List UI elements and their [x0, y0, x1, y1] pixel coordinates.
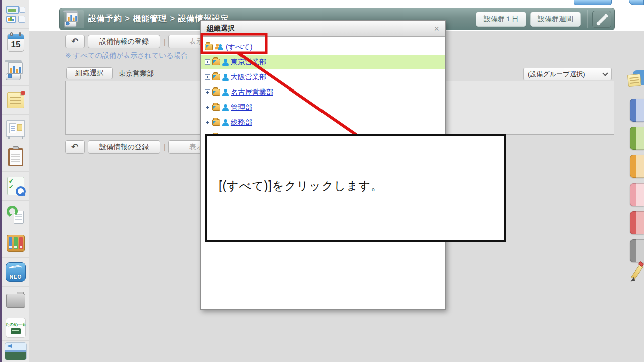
person-icon — [222, 89, 229, 96]
facility-group-week-button[interactable]: 設備群週間 — [530, 12, 581, 27]
folder-icon — [212, 59, 220, 65]
sidebar-item-memo[interactable] — [2, 86, 29, 115]
top-cropped-button[interactable] — [574, 0, 612, 5]
top-cropped-button[interactable] — [629, 0, 644, 5]
tutorial-callout: [(すべて)]をクリックします。 — [205, 134, 506, 242]
folder-icon — [212, 74, 220, 80]
tree-item-osaka[interactable]: 大阪営業部 — [201, 70, 445, 84]
register-facility-button[interactable]: 設備情報の登録 — [88, 140, 160, 154]
cabinet-folder-icon — [6, 294, 25, 308]
tree-item-link[interactable]: 総務部 — [231, 118, 252, 127]
label-tab-pink[interactable] — [630, 183, 644, 206]
binders-icon — [7, 235, 25, 252]
label-tab-gray[interactable] — [630, 239, 644, 262]
sidebar-banner[interactable] — [2, 341, 29, 362]
expand-plus-icon[interactable] — [205, 105, 210, 110]
dialog-titlebar: 組織選択 × — [201, 21, 445, 37]
wrench-icon — [598, 15, 607, 24]
expand-plus-icon[interactable] — [205, 74, 210, 80]
folder-icon — [212, 119, 220, 126]
back-arrow-icon: ↶ — [71, 36, 78, 47]
close-icon[interactable]: × — [434, 24, 439, 33]
right-note-icon[interactable] — [628, 70, 644, 95]
todo-checklist-icon: ✔✔ — [7, 177, 24, 195]
tree-item-all[interactable]: (すべて) — [201, 40, 445, 54]
folder-icon — [212, 89, 220, 96]
chevron-down-icon — [602, 70, 608, 76]
calendar-day-number: 15 — [8, 40, 24, 50]
header-divider — [587, 10, 587, 28]
facility-reservation-icon — [6, 62, 26, 80]
tree-item-link[interactable]: 管理部 — [231, 103, 252, 112]
sidebar-item-todo[interactable]: ✔✔ — [2, 172, 29, 201]
back-button[interactable]: ↶ — [65, 35, 85, 48]
sidebar-item-portal[interactable] — [2, 0, 29, 29]
sidebar-item-document-management[interactable] — [2, 229, 29, 258]
banner-image — [5, 342, 27, 360]
sidebar-item-circulation[interactable] — [2, 201, 29, 229]
people-icon — [215, 44, 224, 51]
tanomail-icon: たのめーる — [6, 318, 26, 338]
clipboard-icon — [8, 148, 23, 166]
register-facility-button[interactable]: 設備情報の登録 — [88, 35, 160, 48]
dialog-title: 組織選択 — [207, 24, 235, 33]
neo-label: NEO — [6, 274, 25, 280]
neo-app-icon: NEO — [6, 262, 26, 282]
selected-org-value: 東京営業部 — [119, 69, 154, 78]
app-sidebar: 15 ✔✔ — [0, 0, 29, 362]
toolbar-separator: | — [164, 37, 166, 46]
person-icon — [222, 104, 229, 111]
sidebar-item-bulletin-board[interactable] — [2, 115, 29, 143]
note-text: ※ すべての設備が表示されている場合 — [65, 51, 188, 60]
equipment-group-dropdown-value: (設備グループ選択) — [528, 70, 585, 79]
expand-plus-icon[interactable] — [205, 59, 210, 65]
settings-wrench-button[interactable] — [592, 11, 611, 28]
tree-item-kanri[interactable]: 管理部 — [201, 100, 445, 115]
tree-item-soumu[interactable]: 総務部 — [201, 115, 445, 130]
back-arrow-icon: ↶ — [71, 142, 78, 152]
facility-group-day-button[interactable]: 設備群１日 — [476, 12, 526, 27]
callout-text: [(すべて)]をクリックします。 — [219, 178, 504, 194]
circulation-icon — [7, 206, 25, 224]
tanomail-label: たのめーる — [6, 322, 26, 327]
tree-item-link[interactable]: 名古屋営業部 — [231, 88, 273, 97]
right-pencil-icon[interactable] — [631, 262, 644, 285]
expand-plus-icon[interactable] — [205, 120, 210, 125]
back-button[interactable]: ↶ — [65, 140, 85, 154]
label-tab-orange[interactable] — [630, 155, 644, 178]
person-icon — [222, 74, 229, 81]
label-tab-blue[interactable] — [630, 99, 644, 122]
tree-item-link[interactable]: 大阪営業部 — [231, 73, 266, 82]
folder-icon — [212, 104, 220, 111]
memo-icon — [7, 92, 24, 108]
sticky-note-icon — [627, 74, 641, 87]
label-tab-green[interactable] — [630, 127, 644, 150]
equipment-group-dropdown[interactable]: (設備グループ選択) — [523, 68, 612, 80]
tree-item-link[interactable]: (すべて) — [226, 43, 252, 52]
label-tab-red[interactable] — [630, 211, 644, 234]
sidebar-item-neo[interactable]: NEO — [2, 258, 29, 287]
person-icon — [222, 119, 229, 126]
toolbar-separator: | — [164, 143, 166, 151]
org-select-button[interactable]: 組織選択 — [66, 67, 113, 79]
sidebar-item-tanomail[interactable]: たのめーる — [2, 315, 29, 341]
portal-icon — [6, 6, 25, 23]
person-icon — [222, 59, 229, 66]
top-white-strip — [29, 0, 644, 8]
expand-plus-icon[interactable] — [205, 89, 210, 95]
sidebar-item-clipboard[interactable] — [2, 143, 29, 172]
bulletin-board-icon — [6, 120, 25, 137]
tree-item-nagoya[interactable]: 名古屋営業部 — [201, 85, 445, 100]
sidebar-item-cabinet[interactable] — [2, 287, 29, 315]
sidebar-item-schedule[interactable]: 15 — [2, 29, 29, 57]
sidebar-item-facility-reservation[interactable] — [2, 57, 29, 86]
folder-icon — [205, 44, 213, 50]
calendar-icon: 15 — [7, 34, 24, 52]
tree-item-link[interactable]: 東京営業部 — [231, 58, 266, 67]
tree-item-tokyo[interactable]: 東京営業部 — [201, 55, 445, 69]
facility-reservation-icon — [64, 10, 84, 28]
